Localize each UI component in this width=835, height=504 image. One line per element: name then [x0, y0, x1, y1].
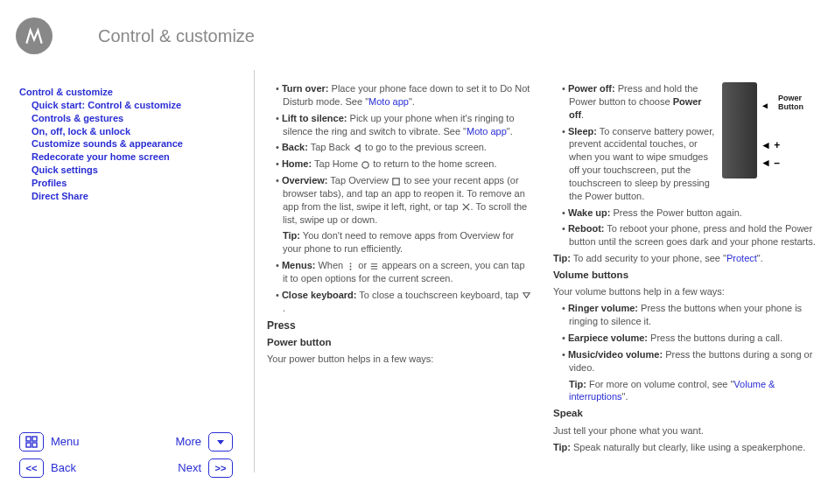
speak-tip-label: Tip:	[553, 442, 571, 452]
moto-app-link[interactable]: Moto app	[368, 96, 409, 107]
earpiece-label: Earpiece volume:	[568, 332, 648, 343]
next-label: Next	[178, 460, 201, 476]
more-label: More	[175, 434, 201, 450]
phone-diagram: ◄ Power Button ◄ + ◄ –	[722, 82, 818, 178]
menu-button[interactable]: Menu	[19, 432, 126, 452]
next-button[interactable]: Next >>	[126, 458, 233, 478]
toc-item[interactable]: Redecorate your home screen	[19, 150, 245, 164]
menu-grid-icon	[19, 432, 44, 452]
menu-lines-icon	[369, 262, 379, 271]
more-down-icon	[208, 432, 233, 452]
motorola-logo	[16, 18, 53, 54]
close-x-icon	[461, 202, 471, 212]
svg-point-0	[362, 162, 368, 168]
volume-up-label: ◄ +	[761, 138, 780, 152]
wake-label: Wake up:	[568, 207, 611, 218]
svg-rect-14	[26, 437, 31, 441]
ringer-label: Ringer volume:	[568, 303, 638, 313]
toc-item[interactable]: Quick settings	[19, 164, 245, 177]
toc-item[interactable]: Profiles	[19, 177, 245, 190]
chevron-down-icon	[522, 290, 531, 300]
overview-tip-label: Tip:	[283, 230, 300, 241]
vertical-divider	[254, 70, 255, 472]
power-off-label: Power off:	[568, 83, 615, 94]
close-kb-label: Close keyboard:	[282, 290, 357, 300]
power-intro: Your power button helps in a few ways:	[267, 353, 532, 366]
svg-point-2	[350, 262, 352, 264]
volume-intro: Your volume buttons help in a few ways:	[553, 285, 818, 298]
reboot-label: Reboot:	[568, 223, 605, 234]
speak-heading: Speak	[553, 407, 818, 421]
menu-dots-icon	[346, 262, 355, 271]
sleep-label: Sleep:	[568, 126, 597, 136]
press-heading: Press	[267, 318, 532, 332]
back-button[interactable]: << Back	[19, 458, 126, 478]
toc-item[interactable]: On, off, lock & unlock	[19, 125, 245, 138]
svg-rect-17	[32, 443, 37, 447]
speak-intro: Just tell your phone what you want.	[553, 424, 818, 438]
power-button-label: Power Button	[778, 94, 818, 112]
power-button-heading: Power button	[267, 336, 532, 350]
toc-sidebar: Control & customize Quick start: Control…	[19, 86, 245, 203]
turn-over-label: Turn over:	[282, 83, 329, 94]
toc-item[interactable]: Direct Share	[19, 190, 245, 203]
main-content: Turn over: Place your phone face down to…	[267, 82, 818, 476]
moto-app-link-2[interactable]: Moto app	[467, 126, 507, 136]
svg-rect-16	[26, 443, 31, 447]
page-title: Control & customize	[98, 24, 255, 48]
toc-item[interactable]: Quick start: Control & customize	[19, 99, 245, 112]
back-label: Back	[51, 460, 76, 476]
svg-point-3	[350, 265, 352, 267]
toc-item[interactable]: Controls & gestures	[19, 112, 245, 125]
security-tip-label: Tip:	[553, 253, 571, 263]
volume-down-label: ◄ –	[761, 156, 780, 170]
bottom-nav: Menu More << Back Next >>	[19, 432, 240, 485]
back-triangle-icon	[353, 144, 362, 153]
home-label: Home:	[282, 158, 312, 169]
music-label: Music/video volume:	[568, 349, 663, 360]
home-circle-icon	[361, 160, 370, 170]
lift-label: Lift to silence:	[282, 113, 347, 123]
menus-label: Menus:	[282, 260, 316, 270]
toc-top[interactable]: Control & customize	[19, 86, 245, 99]
overview-square-icon	[391, 177, 401, 186]
back-double-icon: <<	[19, 458, 44, 478]
volume-tip-label: Tip:	[569, 379, 586, 389]
next-double-icon: >>	[208, 458, 233, 478]
toc-item[interactable]: Customize sounds & appearance	[19, 137, 245, 150]
svg-point-4	[350, 269, 352, 270]
more-button[interactable]: More	[126, 432, 233, 452]
svg-rect-1	[393, 178, 399, 184]
protect-link[interactable]: Protect	[726, 253, 757, 263]
back-label: Back:	[282, 142, 308, 152]
volume-heading: Volume buttons	[553, 269, 818, 283]
overview-label: Overview:	[282, 175, 328, 186]
menu-label: Menu	[51, 434, 80, 450]
svg-rect-15	[32, 437, 37, 441]
